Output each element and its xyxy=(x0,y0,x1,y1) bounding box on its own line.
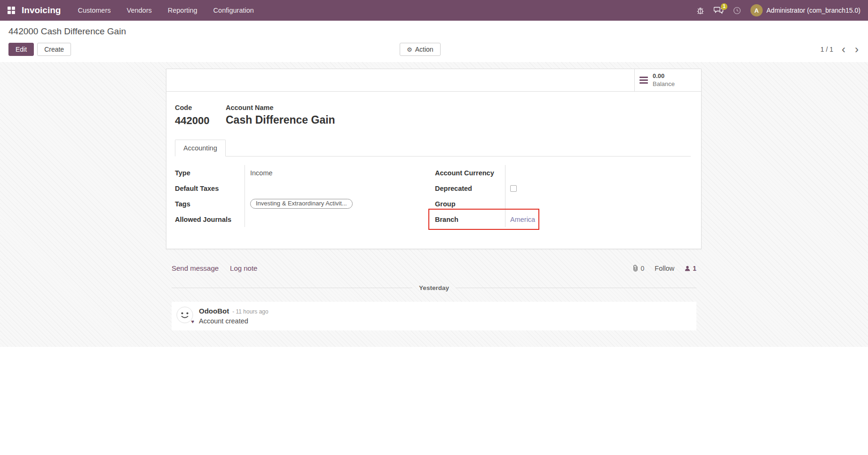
main-menus: Customers Vendors Reporting Configuratio… xyxy=(78,7,253,14)
field-row-deprecated: Deprecated xyxy=(435,180,692,196)
fields-grid: Type Income Default Taxes Tags Investing… xyxy=(175,165,691,227)
breadcrumb: 442000 Cash Difference Gain xyxy=(8,26,860,37)
pager-value: 1 / 1 xyxy=(821,46,833,53)
branch-label: Branch xyxy=(435,216,505,223)
user-menu[interactable]: A Administrator (com_branch15.0) xyxy=(750,4,860,16)
balance-value: 0.00 xyxy=(653,72,675,80)
edit-button[interactable]: Edit xyxy=(8,43,34,56)
apps-menu-icon[interactable] xyxy=(8,7,15,14)
fields-column-left: Type Income Default Taxes Tags Investing… xyxy=(175,165,424,227)
pager-next-icon[interactable]: › xyxy=(854,45,860,54)
attachments-count: 0 xyxy=(641,265,645,272)
gear-icon: ⚙ xyxy=(407,46,412,53)
group-label: Group xyxy=(435,200,505,208)
branch-link[interactable]: America xyxy=(510,216,535,223)
date-divider-label: Yesterday xyxy=(412,284,456,291)
message-timestamp: - 11 hours ago xyxy=(232,308,268,315)
type-value: Income xyxy=(245,165,424,180)
deprecated-checkbox[interactable] xyxy=(510,185,517,192)
account-name-value: Cash Difference Gain xyxy=(226,114,335,126)
code-field-group: Code 442000 xyxy=(175,104,226,127)
date-divider: Yesterday xyxy=(172,284,696,291)
balance-label: Balance xyxy=(653,80,675,88)
code-value: 442000 xyxy=(175,115,226,127)
odoobot-avatar: ♥ xyxy=(176,306,193,323)
branch-value: America xyxy=(505,212,692,227)
allowed-journals-value xyxy=(245,212,424,227)
action-menu-button[interactable]: ⚙ Action xyxy=(400,43,441,56)
chatter-message: ♥ OdooBot - 11 hours ago Account created xyxy=(172,302,696,330)
menu-customers[interactable]: Customers xyxy=(78,7,110,14)
attachments-button[interactable]: 0 xyxy=(632,265,645,272)
top-navbar: Invoicing Customers Vendors Reporting Co… xyxy=(0,0,868,21)
messages-icon[interactable]: 1 xyxy=(714,6,724,15)
activities-clock-icon[interactable] xyxy=(733,7,741,15)
account-name-field-group: Account Name Cash Difference Gain xyxy=(226,104,335,127)
create-button[interactable]: Create xyxy=(37,43,71,56)
tab-accounting[interactable]: Accounting xyxy=(175,140,226,157)
action-menu-label: Action xyxy=(415,46,434,53)
menu-vendors[interactable]: Vendors xyxy=(127,7,152,14)
field-row-tags: Tags Investing & Extraordinary Activit..… xyxy=(175,196,424,212)
chatter: Send message Log note 0 Follow 1 xyxy=(172,264,696,330)
balance-stat-button[interactable]: 0.00 Balance xyxy=(634,69,701,91)
field-row-type: Type Income xyxy=(175,165,424,180)
person-icon xyxy=(685,266,690,271)
send-message-button[interactable]: Send message xyxy=(172,264,219,272)
content-area: 0.00 Balance Code 442000 Account Name Ca… xyxy=(0,62,868,347)
tag-pill: Investing & Extraordinary Activit... xyxy=(250,199,353,209)
code-label: Code xyxy=(175,104,226,111)
user-avatar: A xyxy=(750,4,763,16)
account-currency-value xyxy=(505,165,692,180)
field-row-branch: Branch America xyxy=(435,212,692,227)
fields-column-right: Account Currency Deprecated Group xyxy=(435,165,692,227)
debug-icon[interactable] xyxy=(696,7,704,15)
form-sheet-body: Code 442000 Account Name Cash Difference… xyxy=(166,92,701,249)
field-row-group: Group xyxy=(435,196,692,212)
chatter-topbar: Send message Log note 0 Follow 1 xyxy=(172,264,696,272)
follow-button[interactable]: Follow xyxy=(655,265,674,272)
user-name: Administrator (com_branch15.0) xyxy=(766,7,860,14)
group-value xyxy=(505,196,692,212)
account-name-label: Account Name xyxy=(226,104,335,111)
notebook-tabs: Accounting xyxy=(175,139,691,157)
tags-value: Investing & Extraordinary Activit... xyxy=(245,196,424,212)
account-form-sheet: 0.00 Balance Code 442000 Account Name Ca… xyxy=(166,69,702,249)
hamburger-icon xyxy=(639,77,648,84)
control-panel: 442000 Cash Difference Gain Edit Create … xyxy=(0,21,868,62)
message-author: OdooBot xyxy=(199,307,229,315)
menu-reporting[interactable]: Reporting xyxy=(168,7,197,14)
account-currency-label: Account Currency xyxy=(435,169,505,177)
menu-configuration[interactable]: Configuration xyxy=(213,7,254,14)
tags-label: Tags xyxy=(175,200,245,208)
pager: 1 / 1 ‹ › xyxy=(821,45,860,54)
heart-icon: ♥ xyxy=(191,319,194,324)
field-row-default-taxes: Default Taxes xyxy=(175,180,424,196)
field-row-allowed-journals: Allowed Journals xyxy=(175,212,424,227)
default-taxes-label: Default Taxes xyxy=(175,185,245,192)
followers-count: 1 xyxy=(693,265,696,272)
log-note-button[interactable]: Log note xyxy=(230,264,257,272)
default-taxes-value xyxy=(245,180,424,196)
messages-counter-badge: 1 xyxy=(721,3,727,10)
followers-button[interactable]: 1 xyxy=(685,265,696,272)
allowed-journals-label: Allowed Journals xyxy=(175,216,245,223)
deprecated-value xyxy=(505,180,692,196)
deprecated-label: Deprecated xyxy=(435,185,505,192)
message-body: Account created xyxy=(199,317,268,325)
title-row: Code 442000 Account Name Cash Difference… xyxy=(175,104,691,127)
control-panel-buttons: Edit Create ⚙ Action 1 / 1 ‹ › xyxy=(8,43,860,56)
paperclip-icon xyxy=(632,265,639,272)
navbar-systray: 1 A Administrator (com_branch15.0) xyxy=(696,4,860,16)
field-row-account-currency: Account Currency xyxy=(435,165,692,180)
form-button-box: 0.00 Balance xyxy=(166,69,701,92)
app-name[interactable]: Invoicing xyxy=(22,5,61,16)
pager-previous-icon[interactable]: ‹ xyxy=(841,45,846,54)
type-label: Type xyxy=(175,169,245,177)
